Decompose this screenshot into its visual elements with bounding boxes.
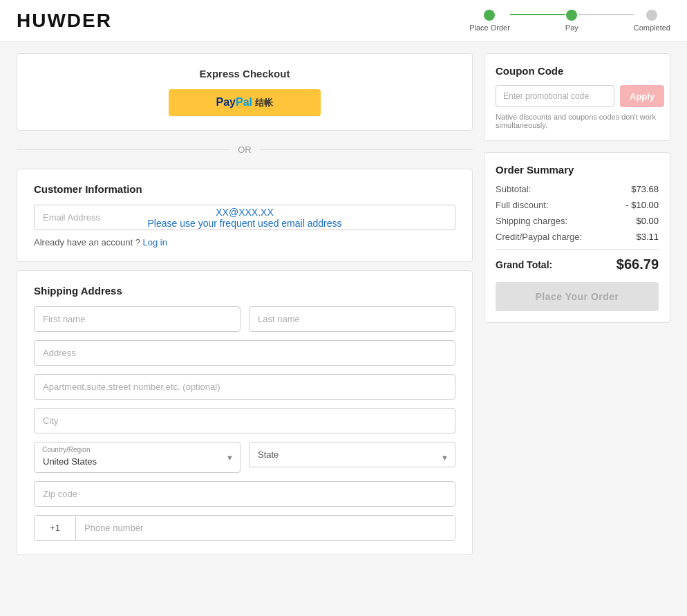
step-circle-completed xyxy=(646,10,657,21)
grand-total-label: Grand Total: xyxy=(496,259,552,270)
paypal-label: PayPal 结帐 xyxy=(216,96,274,108)
logo: HUWDER xyxy=(17,10,112,32)
order-summary-title: Order Summary xyxy=(496,164,659,176)
country-label: Country/Region xyxy=(42,446,90,454)
customer-info-title: Customer Information xyxy=(34,183,455,195)
zip-group xyxy=(34,481,455,507)
place-order-button[interactable]: Place Your Order xyxy=(496,282,659,311)
order-summary-section: Order Summary Subtotal: $73.68 Full disc… xyxy=(484,152,670,323)
phone-row: +1 xyxy=(34,515,455,541)
country-state-row: Country/Region United States ▼ State ▼ xyxy=(34,442,455,473)
credit-label: Credit/Paypal charge: xyxy=(496,232,582,242)
address-input[interactable] xyxy=(34,340,455,366)
email-input[interactable] xyxy=(34,205,455,230)
step-pay: Pay xyxy=(565,10,578,32)
express-checkout-section: Express Checkout PayPal 结帐 xyxy=(17,53,473,131)
last-name-input[interactable] xyxy=(249,306,455,332)
or-line-left xyxy=(17,149,229,150)
login-link[interactable]: Log in xyxy=(143,237,167,248)
step-completed: Completed xyxy=(634,10,670,32)
step-line-1 xyxy=(510,14,565,15)
apt-input[interactable] xyxy=(34,374,455,400)
email-field-wrapper: XX@XXX.XX Please use your frequent used … xyxy=(34,205,455,230)
shipping-value: $0.00 xyxy=(636,216,659,226)
step-label-place-order: Place Order xyxy=(469,24,510,32)
summary-divider xyxy=(496,249,659,250)
first-name-input[interactable] xyxy=(34,306,241,332)
city-input[interactable] xyxy=(34,408,455,433)
zip-input[interactable] xyxy=(34,481,455,507)
step-circle-place-order xyxy=(484,10,495,21)
coupon-section: Coupon Code Apply Native discounts and c… xyxy=(484,53,670,141)
coupon-row: Apply xyxy=(496,85,659,107)
header: HUWDER Place Order Pay Completed xyxy=(0,0,687,42)
apt-group xyxy=(34,374,455,400)
state-select[interactable]: State xyxy=(249,442,455,467)
coupon-note: Native discounts and coupons codes don't… xyxy=(496,113,659,129)
discount-value: - $10.00 xyxy=(625,200,659,210)
shipping-address-title: Shipping Address xyxy=(34,285,455,297)
step-label-completed: Completed xyxy=(634,24,670,32)
coupon-input[interactable] xyxy=(496,85,614,107)
grand-total-value: $66.79 xyxy=(617,256,659,272)
right-sidebar: Coupon Code Apply Native discounts and c… xyxy=(484,53,670,555)
express-checkout-title: Express Checkout xyxy=(34,68,455,80)
subtotal-label: Subtotal: xyxy=(496,184,531,194)
city-group xyxy=(34,408,455,433)
left-content: Express Checkout PayPal 结帐 OR Customer I… xyxy=(17,53,473,555)
stepper: Place Order Pay Completed xyxy=(469,10,670,32)
grand-total-row: Grand Total: $66.79 xyxy=(496,256,659,272)
step-place-order: Place Order xyxy=(469,10,510,32)
step-line-2 xyxy=(578,14,634,15)
apply-button[interactable]: Apply xyxy=(620,85,664,107)
paypal-button[interactable]: PayPal 结帐 xyxy=(169,89,321,116)
customer-info-section: Customer Information XX@XXX.XX Please us… xyxy=(17,169,473,262)
main-container: Express Checkout PayPal 结帐 OR Customer I… xyxy=(0,42,687,566)
summary-row-credit: Credit/Paypal charge: $3.11 xyxy=(496,232,659,242)
summary-row-discount: Full discount: - $10.00 xyxy=(496,200,659,210)
or-line-right xyxy=(260,149,473,150)
address-group xyxy=(34,340,455,366)
discount-label: Full discount: xyxy=(496,200,549,210)
shipping-address-section: Shipping Address Country/Region United S… xyxy=(17,270,473,555)
step-label-pay: Pay xyxy=(565,24,578,32)
step-circle-pay xyxy=(566,10,577,21)
or-divider: OR xyxy=(17,139,473,160)
state-wrapper: State ▼ xyxy=(249,442,455,473)
subtotal-value: $73.68 xyxy=(631,184,659,194)
already-account-text: Already have an account ? xyxy=(34,237,140,248)
name-row xyxy=(34,306,455,332)
coupon-title: Coupon Code xyxy=(496,65,659,77)
summary-row-shipping: Shipping charges: $0.00 xyxy=(496,216,659,226)
credit-value: $3.11 xyxy=(636,232,659,242)
summary-row-subtotal: Subtotal: $73.68 xyxy=(496,184,659,194)
or-text: OR xyxy=(238,144,252,155)
phone-prefix: +1 xyxy=(35,516,76,540)
login-row: Already have an account ? Log in xyxy=(34,237,455,248)
country-wrapper: Country/Region United States ▼ xyxy=(34,442,241,473)
shipping-label: Shipping charges: xyxy=(496,216,567,226)
phone-input[interactable] xyxy=(76,516,455,540)
